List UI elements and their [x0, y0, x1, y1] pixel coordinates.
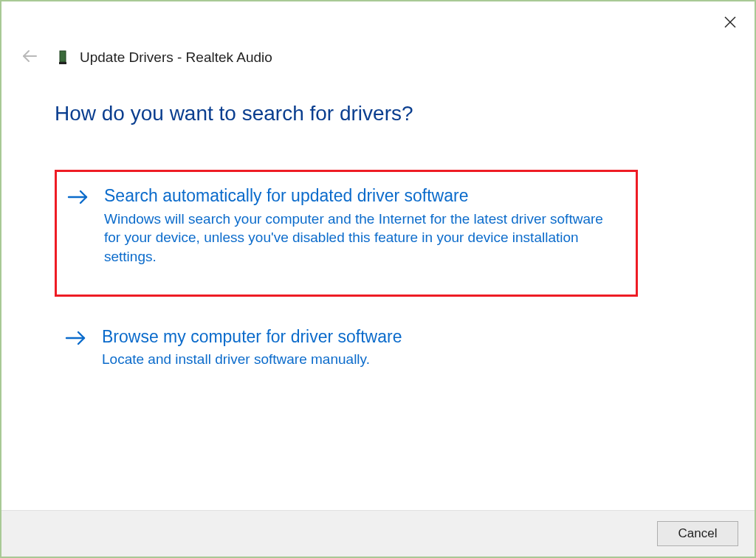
option-text: Browse my computer for driver software L… — [102, 326, 622, 369]
arrow-right-icon — [66, 187, 91, 207]
option-description: Windows will search your computer and th… — [104, 210, 606, 266]
device-icon — [56, 49, 69, 66]
arrow-right-icon — [63, 328, 89, 348]
arrow-left-icon — [21, 47, 38, 68]
svg-rect-4 — [59, 62, 66, 64]
update-drivers-dialog: Update Drivers - Realtek Audio How do yo… — [0, 0, 756, 558]
dialog-content: How do you want to search for drivers? S… — [1, 68, 755, 510]
page-heading: How do you want to search for drivers? — [55, 102, 725, 125]
back-button[interactable] — [19, 47, 40, 68]
cancel-button[interactable]: Cancel — [657, 521, 738, 546]
svg-rect-3 — [60, 51, 66, 62]
option-description: Locate and install driver software manua… — [102, 350, 604, 369]
option-browse-computer[interactable]: Browse my computer for driver software L… — [55, 313, 638, 384]
option-title: Browse my computer for driver software — [102, 326, 622, 348]
close-icon — [724, 16, 737, 31]
dialog-footer: Cancel — [1, 510, 755, 557]
option-search-automatically[interactable]: Search automatically for updated driver … — [55, 170, 638, 297]
close-button[interactable] — [719, 12, 741, 34]
dialog-title: Update Drivers - Realtek Audio — [80, 49, 272, 66]
dialog-header: Update Drivers - Realtek Audio — [1, 1, 755, 68]
option-title: Search automatically for updated driver … — [104, 185, 619, 207]
option-text: Search automatically for updated driver … — [104, 185, 619, 266]
